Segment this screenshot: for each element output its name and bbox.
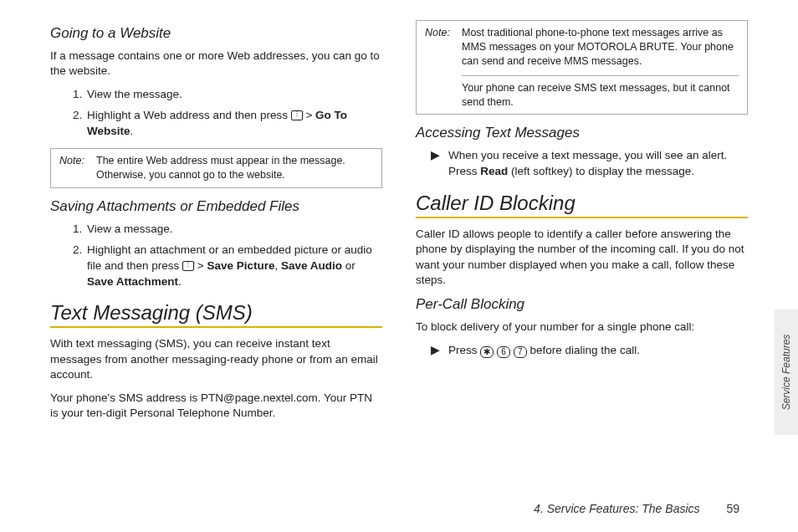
list-item: Highlight an attachment or an embedded p… <box>85 243 382 290</box>
paragraph: To block delivery of your number for a s… <box>416 320 748 335</box>
list-item: View the message. <box>85 87 382 103</box>
bullet-item: ▶ Press ✱ 6 7 before dialing the call. <box>416 343 748 359</box>
six-key-icon: 6 <box>497 346 510 358</box>
note-text: The entire Web address must appear in th… <box>96 154 373 182</box>
note-box: Note: The entire Web address must appear… <box>50 148 382 188</box>
section-rule <box>50 326 382 328</box>
note-separator <box>462 75 739 76</box>
arrow-icon: ▶ <box>431 148 440 180</box>
note-label: Note: <box>425 26 462 109</box>
page-footer: 4. Service Features: The Basics 59 <box>534 502 739 515</box>
paragraph: Caller ID allows people to identify a ca… <box>416 227 748 288</box>
heading-saving-attachments: Saving Attachments or Embedded Files <box>50 198 382 215</box>
sidebar-label: Service Features <box>780 335 792 411</box>
arrow-icon: ▶ <box>431 343 440 359</box>
menu-key-icon <box>182 261 194 271</box>
sidebar-tab: Service Features <box>775 309 798 435</box>
heading-accessing-text: Accessing Text Messages <box>416 125 748 141</box>
star-key-icon: ✱ <box>480 346 494 358</box>
list-item: View a message. <box>85 222 382 238</box>
menu-key-icon <box>291 110 303 120</box>
right-column: Note: Most traditional phone-to-phone te… <box>416 20 748 430</box>
note-text: Your phone can receive SMS text messages… <box>462 81 739 110</box>
bullet-item: ▶ When you receive a text message, you w… <box>416 148 748 180</box>
page-number: 59 <box>726 502 739 515</box>
heading-per-call-blocking: Per-Call Blocking <box>416 296 748 313</box>
ordered-list: View a message. Highlight an attachment … <box>50 222 382 290</box>
list-item: Highlight a Web address and then press >… <box>85 108 382 140</box>
footer-title: 4. Service Features: The Basics <box>534 502 699 515</box>
heading-going-to-website: Going to a Website <box>50 25 382 42</box>
heading-caller-id: Caller ID Blocking <box>416 192 748 215</box>
note-box: Note: Most traditional phone-to-phone te… <box>416 20 748 115</box>
note-text: Most traditional phone-to-phone text mes… <box>462 26 739 69</box>
paragraph: Your phone's SMS address is PTN@page.nex… <box>50 391 382 421</box>
section-rule <box>416 217 748 218</box>
paragraph: If a message contains one or more Web ad… <box>50 49 382 79</box>
note-label: Note: <box>59 154 96 182</box>
heading-text-messaging: Text Messaging (SMS) <box>50 301 382 325</box>
seven-key-icon: 7 <box>514 346 527 358</box>
left-column: Going to a Website If a message contains… <box>50 20 382 430</box>
paragraph: With text messaging (SMS), you can recei… <box>50 336 382 382</box>
ordered-list: View the message. Highlight a Web addres… <box>50 87 382 140</box>
